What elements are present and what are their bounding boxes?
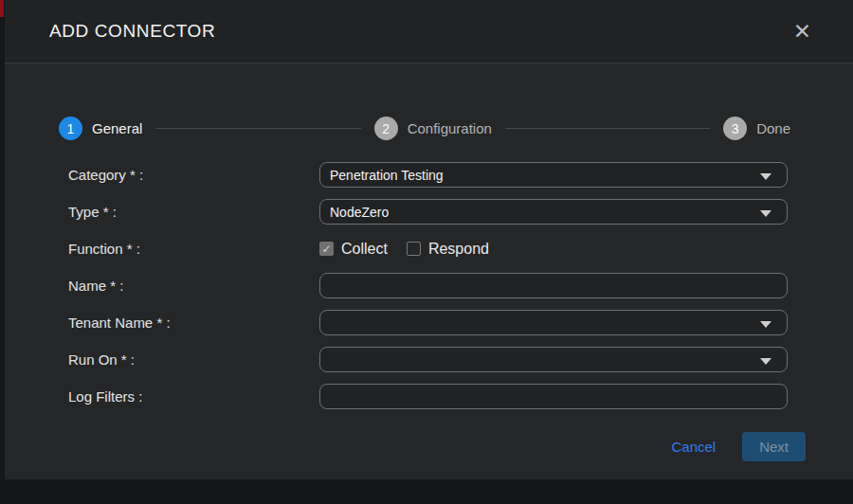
chevron-down-icon bbox=[760, 210, 771, 217]
chevron-down-icon bbox=[760, 358, 771, 365]
respond-checkbox[interactable]: Respond bbox=[407, 241, 489, 258]
category-row: Category * : Penetration Testing bbox=[68, 162, 853, 188]
category-label: Category * : bbox=[68, 167, 319, 183]
checkbox-unchecked-icon[interactable] bbox=[407, 242, 421, 256]
chevron-down-icon bbox=[760, 173, 771, 180]
category-value: Penetration Testing bbox=[330, 168, 773, 183]
name-row: Name * : bbox=[68, 273, 853, 298]
dialog-header: ADD CONNECTOR ✕ bbox=[5, 0, 853, 63]
log-filters-input[interactable] bbox=[319, 384, 788, 409]
step-connector-line bbox=[155, 128, 360, 129]
tenant-name-row: Tenant Name * : bbox=[68, 310, 853, 335]
wizard-stepper: 1 General 2 Configuration 3 Done bbox=[59, 117, 790, 140]
category-select[interactable]: Penetration Testing bbox=[319, 162, 788, 188]
type-row: Type * : NodeZero bbox=[68, 199, 853, 225]
function-row: Function * : ✓ Collect Respond bbox=[68, 236, 853, 261]
run-on-select[interactable] bbox=[319, 347, 788, 372]
chevron-down-icon bbox=[760, 321, 771, 328]
close-icon[interactable]: ✕ bbox=[793, 21, 811, 43]
step-1-circle: 1 bbox=[59, 117, 82, 140]
connector-form: Category * : Penetration Testing Type * … bbox=[5, 162, 853, 421]
step-done: 3 Done bbox=[723, 117, 790, 140]
step-configuration: 2 Configuration bbox=[374, 117, 492, 140]
page-background-accent bbox=[0, 0, 4, 17]
add-connector-dialog: ADD CONNECTOR ✕ 1 General 2 Configuratio… bbox=[5, 0, 853, 479]
next-button[interactable]: Next bbox=[742, 432, 806, 461]
step-connector-line bbox=[505, 128, 710, 129]
log-filters-row: Log Filters : bbox=[68, 384, 853, 409]
function-checkbox-group: ✓ Collect Respond bbox=[319, 241, 788, 258]
step-3-circle: 3 bbox=[723, 117, 747, 140]
name-label: Name * : bbox=[68, 278, 319, 294]
step-1-label: General bbox=[92, 120, 142, 136]
type-value: NodeZero bbox=[330, 205, 773, 220]
tenant-name-label: Tenant Name * : bbox=[68, 315, 319, 331]
collect-checkbox[interactable]: ✓ Collect bbox=[319, 241, 388, 258]
collect-checkbox-label: Collect bbox=[341, 241, 388, 258]
log-filters-label: Log Filters : bbox=[68, 388, 319, 405]
function-label: Function * : bbox=[68, 241, 319, 257]
tenant-name-select[interactable] bbox=[319, 310, 788, 335]
type-select[interactable]: NodeZero bbox=[319, 199, 788, 225]
step-2-circle: 2 bbox=[374, 117, 398, 140]
name-input[interactable] bbox=[319, 273, 788, 298]
step-general: 1 General bbox=[59, 117, 142, 140]
run-on-row: Run On * : bbox=[68, 347, 853, 372]
type-label: Type * : bbox=[68, 204, 319, 220]
step-3-label: Done bbox=[756, 120, 790, 136]
run-on-label: Run On * : bbox=[68, 351, 319, 368]
step-2-label: Configuration bbox=[408, 120, 492, 136]
cancel-button[interactable]: Cancel bbox=[671, 439, 716, 455]
dialog-footer: Cancel Next bbox=[5, 432, 853, 461]
checkbox-checked-icon[interactable]: ✓ bbox=[319, 242, 334, 256]
dialog-title: ADD CONNECTOR bbox=[49, 21, 215, 42]
respond-checkbox-label: Respond bbox=[428, 241, 489, 258]
